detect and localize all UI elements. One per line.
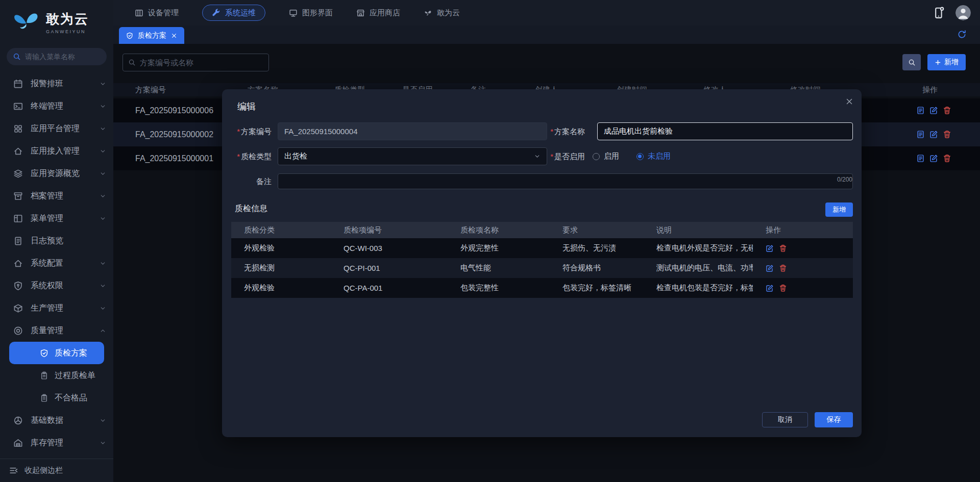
sidebar-item-label: 应用平台管理 [31, 123, 100, 134]
sidebar-item-label: 终端管理 [31, 101, 100, 112]
required-asterisk: * [237, 127, 240, 136]
plan-name-field[interactable] [597, 122, 853, 140]
dialog-title: 编辑 [237, 100, 256, 113]
store-icon [356, 9, 365, 17]
sidebar-item[interactable]: 菜单管理 [0, 207, 113, 230]
chevron-down-icon [100, 417, 106, 424]
topbar: 设备管理系统运维图形界面应用商店敢为云 [113, 0, 980, 26]
qc-table-row[interactable]: 外观检验QC-WI-003外观完整性无损伤、无污渍检查电机外观是否完好，无碰撞损… [231, 238, 853, 258]
sidebar-item[interactable]: 生产管理 [0, 297, 113, 319]
delete-icon[interactable] [779, 264, 787, 272]
delete-icon[interactable] [943, 154, 951, 163]
sidebar-item-label: 日志预览 [31, 236, 106, 246]
plan-search-box[interactable] [122, 54, 269, 71]
sidebar-item[interactable]: 系统配置 [0, 252, 113, 274]
delete-icon[interactable] [943, 130, 951, 139]
remark-field[interactable] [278, 173, 853, 189]
user-avatar[interactable] [955, 5, 971, 20]
topnav-item[interactable]: 应用商店 [356, 5, 400, 21]
sidebar-item[interactable]: 基础数据 [0, 409, 113, 432]
topnav-item-label: 设备管理 [148, 8, 179, 18]
radio-option[interactable]: 启用 [593, 151, 619, 161]
radio-option[interactable]: 未启用 [636, 151, 671, 161]
topnav-item[interactable]: 敢为云 [424, 5, 460, 21]
sidebar-item[interactable]: 报警排班 [0, 72, 113, 95]
sidebar-item-label: 报警排班 [31, 79, 100, 89]
topnav-item-label: 敢为云 [437, 8, 460, 18]
qc-category: 外观检验 [231, 283, 331, 293]
qc-item-code: QC-PA-001 [331, 284, 448, 292]
sidebar-item-label: 档案管理 [31, 191, 100, 201]
sidebar-item[interactable]: 不合格品 [0, 387, 113, 409]
plan-search-input[interactable] [140, 58, 263, 67]
sidebar-search-input[interactable] [25, 53, 101, 61]
remark-label: *备注 [226, 172, 272, 190]
shield-icon [126, 32, 133, 39]
edit-icon[interactable] [766, 284, 774, 292]
sidebar-item[interactable]: 质检方案 [9, 342, 104, 364]
char-counter: 0/200 [837, 176, 852, 183]
add-qc-item-button[interactable]: 新增 [825, 202, 853, 217]
qc-table-row[interactable]: 无损检测QC-PI-001电气性能符合规格书测试电机的电压、电流、功率等电气参数 [231, 258, 853, 278]
required-asterisk: * [550, 127, 553, 136]
qc-header-cell: 质检分类 [231, 225, 331, 235]
delete-icon[interactable] [943, 106, 951, 115]
edit-icon[interactable] [929, 130, 938, 139]
detail-icon[interactable] [916, 154, 925, 163]
clipboard-icon [40, 371, 48, 380]
sidebar-item[interactable]: 过程质检单 [0, 364, 113, 387]
layers-icon [13, 169, 23, 179]
delete-icon[interactable] [779, 244, 787, 252]
sidebar-item[interactable]: 日志预览 [0, 230, 113, 252]
sidebar-search[interactable] [7, 48, 107, 65]
detail-icon[interactable] [916, 130, 925, 139]
qc-table-row[interactable]: 外观检验QC-PA-001包装完整性包装完好，标签清晰检查电机包装是否完好，标签… [231, 278, 853, 298]
sidebar-item[interactable]: 应用资源概览 [0, 162, 113, 185]
save-button[interactable]: 保存 [815, 412, 853, 427]
tab-qc-plan[interactable]: 质检方案 [119, 27, 184, 44]
topnav-item[interactable]: 设备管理 [135, 5, 179, 21]
sidebar-item[interactable]: 库存管理 [0, 432, 113, 454]
cancel-button[interactable]: 取消 [762, 412, 808, 427]
chevron-down-icon [100, 148, 106, 155]
sidebar-item[interactable]: 终端管理 [0, 95, 113, 117]
qc-table-body: 外观检验QC-WI-003外观完整性无损伤、无污渍检查电机外观是否完好，无碰撞损… [231, 238, 853, 298]
sidebar-item-label: 基础数据 [31, 415, 100, 426]
mobile-app-icon[interactable] [932, 6, 944, 20]
sidebar-item-label: 应用资源概览 [31, 168, 100, 179]
sidebar-item[interactable]: 档案管理 [0, 185, 113, 207]
archive-icon [13, 191, 23, 201]
edit-icon[interactable] [766, 244, 774, 252]
detail-icon[interactable] [916, 106, 925, 115]
collapse-sidebar-button[interactable]: 收起侧边栏 [0, 459, 113, 482]
sidebar-item[interactable]: 应用接入管理 [0, 140, 113, 162]
topnav-item[interactable]: 系统运维 [202, 5, 265, 21]
butterfly-icon [424, 9, 432, 17]
delete-icon[interactable] [779, 284, 787, 292]
radio-icon [593, 153, 600, 160]
sidebar-item-label: 菜单管理 [31, 213, 100, 224]
sidebar-item[interactable]: 质量管理 [0, 319, 113, 342]
radio-label: 未启用 [648, 151, 671, 161]
add-plan-button[interactable]: 新增 [927, 54, 966, 70]
brand-logo: 敢为云 GANWEIYUN [0, 0, 113, 36]
edit-icon[interactable] [929, 106, 938, 115]
row-actions [916, 122, 951, 146]
topnav-item-label: 应用商店 [370, 8, 400, 18]
sidebar-item[interactable]: 系统权限 [0, 274, 113, 297]
topnav-item[interactable]: 图形界面 [289, 5, 333, 21]
edit-icon[interactable] [929, 154, 938, 163]
refresh-icon[interactable] [957, 30, 967, 39]
edit-icon[interactable] [766, 264, 774, 272]
close-tab-icon[interactable] [171, 33, 177, 39]
plan-code-field[interactable] [278, 122, 547, 140]
qc-table-header: 质检分类质检项编号质检项名称要求说明操作 [231, 222, 853, 238]
qc-description: 检查电机包装是否完好，标签信息完整 [644, 283, 753, 293]
search-button[interactable] [902, 54, 921, 70]
plan-table-header-cell: 操作 [922, 83, 938, 96]
close-dialog-icon[interactable] [845, 97, 853, 106]
sidebar-item[interactable]: 应用平台管理 [0, 117, 113, 140]
qc-type-select[interactable]: 出货检 [278, 147, 547, 165]
sidebar-item-label: 质量管理 [31, 325, 100, 336]
qc-item-name: 包装完整性 [448, 283, 550, 293]
